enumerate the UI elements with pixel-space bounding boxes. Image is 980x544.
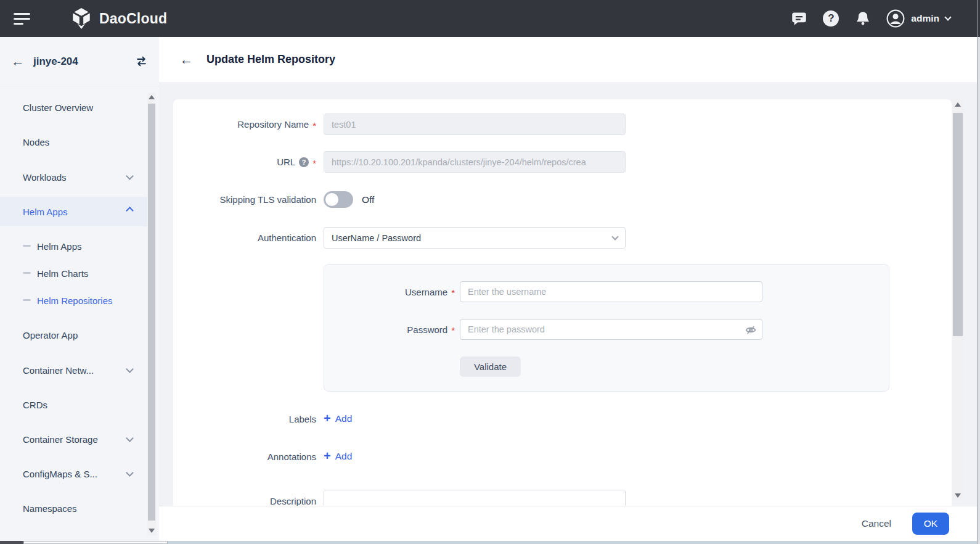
- scroll-down-arrow-icon[interactable]: [149, 529, 155, 533]
- scroll-up-arrow-icon[interactable]: [955, 102, 961, 107]
- sidebar-item-configmaps-secrets[interactable]: ConfigMaps & S...: [0, 459, 147, 488]
- password-label: Password *: [324, 319, 455, 340]
- sidebar-item-container-storage[interactable]: Container Storage: [0, 424, 147, 454]
- sidebar-item-cluster-overview[interactable]: Cluster Overview: [0, 93, 147, 122]
- scroll-up-arrow-icon[interactable]: [149, 95, 155, 99]
- authentication-selected-value: UserName / Password: [332, 233, 421, 243]
- horizontal-scrollbar-thumb[interactable]: [23, 541, 168, 544]
- brand-name: DaoCloud: [99, 10, 167, 27]
- topbar: DaoCloud ? admin: [0, 0, 980, 37]
- chevron-down-icon: [126, 434, 134, 442]
- annotations-label: Annotations: [173, 449, 316, 464]
- sidebar-item-helm-apps[interactable]: Helm Apps: [0, 197, 147, 226]
- select-chevron-down-icon: [611, 233, 618, 240]
- sidebar-item-crds[interactable]: CRDs: [0, 390, 147, 419]
- sidebar-subitem-helm-charts[interactable]: Helm Charts: [0, 261, 147, 286]
- dash-icon: [23, 245, 31, 247]
- daocloud-logo-icon: [70, 7, 93, 30]
- scroll-down-arrow-icon[interactable]: [955, 493, 961, 498]
- labels-label: Labels: [173, 411, 316, 426]
- brand-logo: DaoCloud: [70, 7, 167, 30]
- url-input: [324, 151, 626, 173]
- annotations-add-button[interactable]: + Add: [324, 449, 352, 464]
- horizontal-scrollbar-corner: [0, 541, 23, 544]
- username-label: Username *: [324, 281, 455, 302]
- help-icon[interactable]: ?: [823, 10, 839, 27]
- required-asterisk: *: [451, 325, 455, 336]
- toggle-knob: [325, 193, 338, 206]
- url-help-icon[interactable]: ?: [299, 157, 309, 167]
- sidebar-item-namespaces[interactable]: Namespaces: [0, 493, 147, 523]
- sidebar-header: ← jinye-204: [0, 37, 159, 86]
- plus-icon: +: [324, 450, 331, 462]
- description-label: Description: [173, 493, 316, 506]
- user-chevron-down-icon: [944, 14, 951, 20]
- tls-toggle-state: Off: [362, 191, 374, 208]
- sidebar-item-container-network[interactable]: Container Netw...: [0, 355, 147, 385]
- tls-toggle[interactable]: [324, 191, 353, 208]
- repository-name-label: Repository Name *: [173, 113, 316, 135]
- ok-button[interactable]: OK: [912, 513, 949, 535]
- content-scrollbar-thumb[interactable]: [953, 113, 963, 336]
- cluster-switch-icon[interactable]: [135, 55, 148, 68]
- cancel-button[interactable]: Cancel: [862, 518, 891, 529]
- sidebar-scrollbar-thumb[interactable]: [148, 104, 155, 521]
- repository-name-input: [324, 113, 626, 135]
- sidebar-item-workloads[interactable]: Workloads: [0, 162, 147, 192]
- url-label: URL ? *: [173, 151, 316, 173]
- cluster-name: jinye-204: [33, 56, 78, 68]
- sidebar-item-operator-app[interactable]: Operator App: [0, 320, 147, 350]
- form-footer: Cancel OK: [159, 506, 977, 541]
- form-card: Repository Name * URL ? * Skipping TLS v…: [173, 99, 952, 506]
- required-asterisk: *: [451, 287, 455, 298]
- authentication-select[interactable]: UserName / Password: [324, 227, 626, 249]
- sidebar-subitem-helm-repositories[interactable]: Helm Repositories: [0, 288, 147, 313]
- window-edge-scrollbar[interactable]: [977, 0, 980, 544]
- required-asterisk: *: [312, 120, 316, 131]
- dash-icon: [23, 299, 31, 301]
- cluster-back-icon[interactable]: ←: [11, 55, 25, 68]
- credentials-panel: Username * Password * Validate: [324, 264, 889, 392]
- window-edge-scrollbar-top: [978, 0, 980, 37]
- page-back-icon[interactable]: ←: [180, 53, 193, 66]
- hamburger-menu-icon[interactable]: [14, 13, 30, 25]
- username-label: admin: [911, 13, 939, 24]
- avatar-icon: [886, 9, 905, 28]
- plus-icon: +: [324, 412, 331, 424]
- page-title: Update Helm Repository: [206, 53, 335, 66]
- sidebar-scrollbar[interactable]: [147, 93, 156, 535]
- chevron-down-icon: [126, 172, 134, 180]
- username-input[interactable]: [460, 281, 762, 302]
- required-asterisk: *: [312, 158, 316, 168]
- page-header: ← Update Helm Repository: [159, 37, 977, 82]
- content-scrollbar[interactable]: [952, 99, 964, 501]
- user-menu[interactable]: admin: [886, 9, 950, 28]
- chevron-up-icon: [126, 207, 134, 215]
- chat-icon[interactable]: [791, 10, 807, 27]
- labels-add-button[interactable]: + Add: [324, 411, 352, 426]
- bell-icon[interactable]: [854, 10, 871, 27]
- authentication-label: Authentication: [173, 227, 316, 249]
- chevron-down-icon: [126, 365, 134, 373]
- eye-off-icon[interactable]: [744, 323, 757, 337]
- password-input[interactable]: [460, 319, 762, 340]
- dash-icon: [23, 272, 31, 274]
- sidebar-item-nodes[interactable]: Nodes: [0, 127, 147, 157]
- chevron-down-icon: [126, 469, 134, 477]
- validate-button[interactable]: Validate: [460, 356, 521, 377]
- description-textarea[interactable]: [324, 490, 626, 506]
- sidebar-subitem-helm-apps[interactable]: Helm Apps: [0, 234, 147, 258]
- sidebar: ← jinye-204 Cluster Overview Nodes Workl…: [0, 37, 159, 541]
- horizontal-scrollbar[interactable]: [0, 541, 980, 544]
- tls-label: Skipping TLS validation: [173, 191, 316, 208]
